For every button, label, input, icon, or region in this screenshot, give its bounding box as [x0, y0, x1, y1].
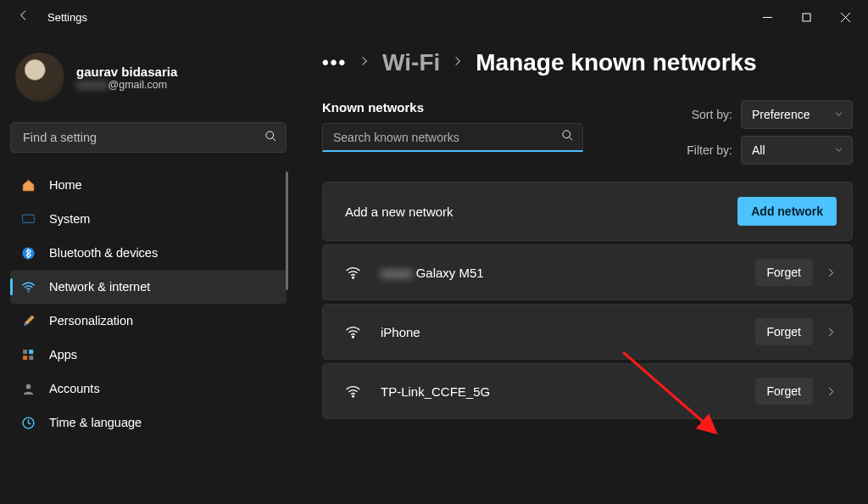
forget-button[interactable]: Forget — [755, 378, 813, 405]
breadcrumb-current: Manage known networks — [476, 49, 756, 76]
home-icon — [20, 177, 36, 193]
search-icon — [264, 130, 277, 146]
chevron-right-icon — [359, 55, 370, 70]
wifi-icon — [20, 279, 36, 294]
chevron-right-icon[interactable] — [813, 386, 837, 397]
svg-point-13 — [352, 277, 353, 278]
avatar — [15, 53, 64, 102]
maximize-button[interactable] — [787, 3, 826, 31]
sidebar-item-label: Time & language — [49, 416, 142, 429]
chevron-right-icon[interactable] — [813, 267, 837, 278]
chevron-down-icon — [834, 108, 843, 121]
title-bar: Settings — [0, 0, 868, 34]
window-title: Settings — [47, 11, 87, 24]
sidebar-item-system[interactable]: System — [10, 202, 287, 236]
forget-button[interactable]: Forget — [755, 318, 813, 345]
sidebar-item-label: Apps — [49, 348, 77, 361]
sidebar-item-personalization[interactable]: Personalization — [10, 304, 287, 338]
known-networks-label: Known networks — [322, 100, 583, 115]
system-icon — [20, 211, 36, 227]
time-language-icon — [20, 415, 36, 430]
network-row[interactable]: iPhone Forget — [322, 304, 853, 360]
sidebar-nav: Home System Bluetooth & devices Network … — [10, 168, 287, 440]
chevron-right-icon — [452, 55, 464, 70]
main-content: ••• Wi-Fi Manage known networks Known ne… — [297, 34, 868, 504]
profile-block[interactable]: gaurav bidasaria xxxxxx@gmail.com — [10, 44, 287, 117]
search-icon — [561, 129, 574, 145]
sidebar-item-label: Accounts — [49, 382, 100, 395]
wifi-icon — [345, 324, 362, 340]
sort-by-value: Preference — [752, 108, 810, 121]
apps-icon — [20, 347, 36, 362]
sidebar-item-label: Bluetooth & devices — [49, 246, 158, 260]
accounts-icon — [20, 381, 36, 396]
add-network-button[interactable]: Add network — [737, 197, 837, 226]
sidebar-item-time-language[interactable]: Time & language — [10, 406, 287, 440]
svg-rect-0 — [803, 14, 810, 21]
sidebar-item-label: Personalization — [49, 314, 133, 328]
sidebar-item-apps[interactable]: Apps — [10, 338, 287, 372]
svg-point-12 — [563, 131, 570, 138]
sidebar-search[interactable] — [10, 122, 287, 153]
wifi-icon — [345, 384, 362, 400]
svg-rect-8 — [23, 356, 27, 360]
wifi-icon — [345, 265, 362, 281]
network-row[interactable]: xxxxx Galaxy M51 Forget — [322, 244, 853, 300]
bluetooth-icon — [20, 245, 36, 260]
filter-by-label: Filter by: — [687, 143, 732, 157]
sidebar-item-network-internet[interactable]: Network & internet — [10, 270, 287, 304]
sidebar-item-home[interactable]: Home — [10, 168, 287, 202]
chevron-down-icon — [834, 143, 843, 157]
network-row[interactable]: TP-Link_CCFE_5G Forget — [322, 363, 853, 419]
minimize-button[interactable] — [748, 3, 787, 31]
svg-point-1 — [266, 131, 274, 138]
svg-point-10 — [25, 384, 31, 389]
close-button[interactable] — [826, 3, 865, 31]
svg-point-15 — [352, 395, 353, 397]
filter-by-value: All — [752, 143, 765, 157]
sidebar-item-label: Home — [49, 178, 82, 192]
svg-rect-9 — [29, 356, 33, 360]
back-button[interactable] — [17, 8, 31, 25]
network-name: TP-Link_CCFE_5G — [381, 384, 490, 399]
sidebar-item-label: Network & internet — [49, 280, 150, 294]
forget-button[interactable]: Forget — [755, 259, 813, 286]
network-name: xxxxx Galaxy M51 — [381, 266, 484, 280]
sidebar-item-bluetooth-devices[interactable]: Bluetooth & devices — [10, 236, 287, 270]
breadcrumb: ••• Wi-Fi Manage known networks — [322, 49, 853, 76]
svg-point-5 — [27, 290, 29, 292]
sort-by-dropdown[interactable]: Preference — [741, 100, 853, 129]
svg-rect-7 — [29, 350, 33, 354]
svg-point-14 — [352, 336, 353, 338]
breadcrumb-wifi[interactable]: Wi-Fi — [382, 49, 440, 76]
personalization-icon — [20, 313, 36, 328]
breadcrumb-overflow[interactable]: ••• — [322, 52, 347, 74]
network-name: iPhone — [381, 325, 420, 339]
filter-by-dropdown[interactable]: All — [741, 136, 853, 165]
add-network-row[interactable]: Add a new network Add network — [322, 182, 853, 241]
sidebar-item-label: System — [49, 212, 90, 226]
sidebar-scrollbar[interactable] — [286, 171, 288, 290]
sidebar-item-accounts[interactable]: Accounts — [10, 372, 287, 406]
add-network-label: Add a new network — [345, 204, 453, 219]
svg-rect-3 — [23, 215, 34, 221]
sidebar: gaurav bidasaria xxxxxx@gmail.com Home S… — [0, 34, 297, 504]
profile-email: xxxxxx@gmail.com — [76, 79, 177, 91]
chevron-right-icon[interactable] — [813, 327, 837, 338]
profile-name: gaurav bidasaria — [76, 64, 177, 79]
known-networks-search[interactable] — [322, 123, 583, 152]
sidebar-search-input[interactable] — [23, 131, 264, 144]
svg-rect-6 — [23, 350, 27, 354]
sort-by-label: Sort by: — [692, 108, 732, 121]
known-networks-search-input[interactable] — [333, 131, 561, 144]
